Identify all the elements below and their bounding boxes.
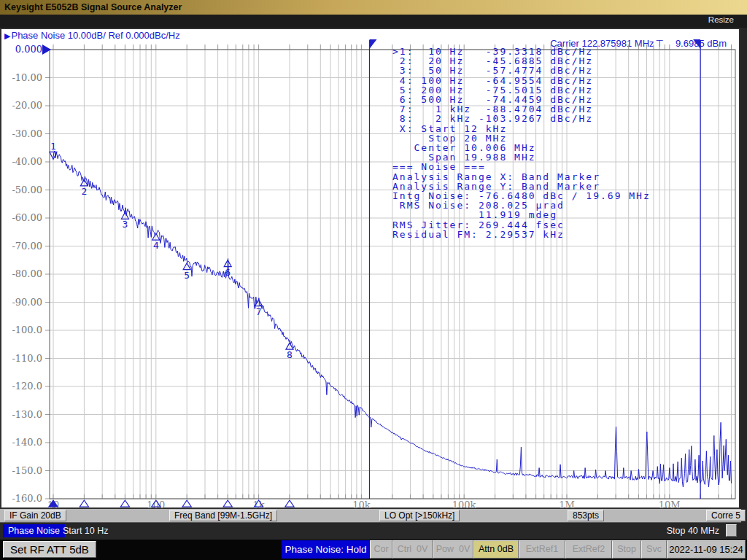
e5052b-screen: { "window": { "title": "Keysight E5052B … xyxy=(0,0,747,560)
sweep-stop-label[interactable]: Stop 40 MHz xyxy=(667,524,719,537)
status-segment: ExtRef2 xyxy=(565,540,612,559)
y-tick-label: -120.0 xyxy=(0,381,42,392)
sweep-start-label[interactable]: Start 10 Hz xyxy=(63,524,109,537)
y-tick-label: -60.00 xyxy=(0,212,42,223)
if-gain-button[interactable]: IF Gain 20dB xyxy=(4,510,66,521)
points-button[interactable]: 853pts xyxy=(568,510,604,521)
window-title: Keysight E5052B Signal Source Analyzer xyxy=(4,2,182,12)
trace-marker-icon: ▶ xyxy=(4,31,10,40)
status-segments: CorCtrl 0VPow 0VAttn 0dBExtRef1ExtRef2St… xyxy=(370,540,746,559)
resize-button[interactable]: Resize xyxy=(708,15,734,24)
set-rf-att-button[interactable]: Set RF ATT 5dB xyxy=(3,541,96,558)
y-tick-label: -150.0 xyxy=(0,465,42,476)
y-tick-label: -80.00 xyxy=(0,268,42,279)
trace-bar: Phase Noise Start 10 Hz Stop 40 MHz xyxy=(0,523,741,540)
window-title-bar: Keysight E5052B Signal Source Analyzer xyxy=(0,0,747,15)
status-segment: Stop xyxy=(612,540,641,559)
marker-and-noise-readout: >1: 10 Hz -39.3318 dBc/Hz 2: 20 Hz -45.6… xyxy=(392,47,651,239)
trace-scale-header[interactable]: ▶Phase Noise 10.00dB/ Ref 0.000dBc/Hz xyxy=(4,30,180,41)
y-tick-label: -10.00 xyxy=(0,72,42,83)
freq-band-button[interactable]: Freq Band [99M-1.5GHz] xyxy=(169,510,277,521)
y-tick-label: -130.0 xyxy=(0,409,42,420)
datetime-display: 2022-11-09 15:24 xyxy=(667,540,746,559)
status-segment: Attn 0dB xyxy=(473,540,519,559)
ref-level-label: 0.000 xyxy=(0,44,42,55)
correction-button[interactable]: Corre 5 xyxy=(706,510,746,521)
y-tick-label: -110.0 xyxy=(0,353,42,364)
status-segment: Svc xyxy=(641,540,667,559)
instrument-status-bar: Set RF ATT 5dB Phase Noise: Hold CorCtrl… xyxy=(0,540,747,560)
status-segment: Pow 0V xyxy=(433,540,473,559)
status-segment: ExtRef1 xyxy=(519,540,565,559)
status-segment: Ctrl 0V xyxy=(392,540,433,559)
y-tick-label: -90.00 xyxy=(0,297,42,308)
y-tick-label: -50.00 xyxy=(0,184,42,195)
band-marker-flag-icon: ⊤ xyxy=(656,38,664,49)
menu-bar: Resize xyxy=(0,15,747,28)
y-tick-label: -140.0 xyxy=(0,437,42,448)
phase-noise-hold-indicator[interactable]: Phase Noise: Hold xyxy=(282,540,370,559)
y-tick-label: -100.0 xyxy=(0,324,42,335)
lo-opt-button[interactable]: LO Opt [>150kHz] xyxy=(379,510,460,521)
status-segment: Cor xyxy=(370,540,392,559)
trace-scale-label: Phase Noise 10.00dB/ Ref 0.000dBc/Hz xyxy=(11,30,179,41)
carrier-power: 9.6985 dBm xyxy=(676,38,727,49)
y-tick-label: -20.00 xyxy=(0,100,42,111)
measurement-status-bar: IF Gain 20dB Freq Band [99M-1.5GHz] LO O… xyxy=(0,509,741,523)
y-tick-label: -70.00 xyxy=(0,241,42,252)
tab-phase-noise[interactable]: Phase Noise xyxy=(3,524,65,537)
y-tick-label: -40.00 xyxy=(0,156,42,167)
resize-gripper[interactable] xyxy=(726,524,737,537)
y-tick-label: -30.00 xyxy=(0,128,42,139)
